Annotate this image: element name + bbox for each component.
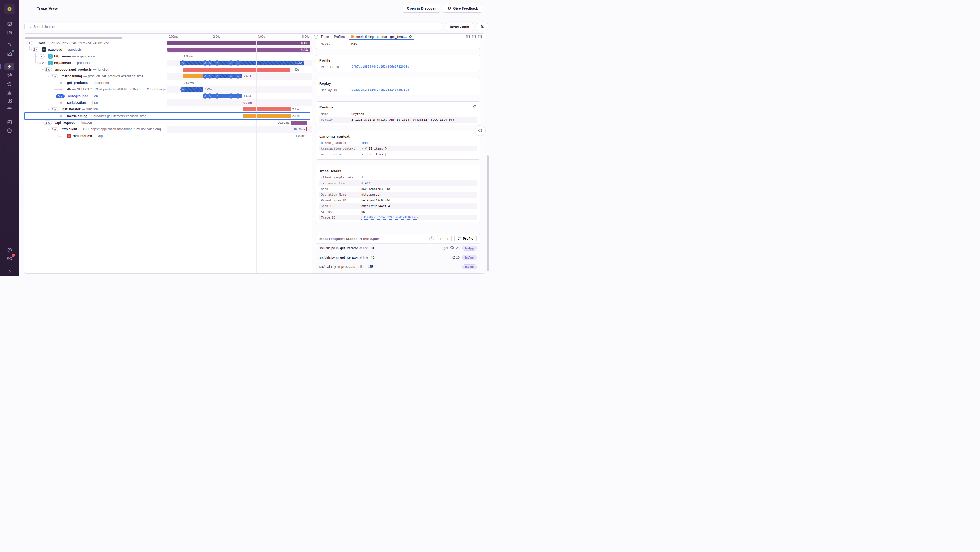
sidebar-item-alerts-icon[interactable]: [5, 89, 14, 96]
span-tick[interactable]: [306, 127, 307, 131]
curve-arrow-icon[interactable]: [456, 246, 460, 250]
shortcut-command-button[interactable]: ⌘: [477, 23, 488, 31]
kv-value[interactable]: e31278c256524c3297e2cd12458e12cc: [361, 215, 419, 220]
span-row-rack-request[interactable]: +rack.request—/api1.00ms: [24, 133, 312, 139]
span-row-serialization[interactable]: serialization—json0.27ms: [24, 99, 312, 106]
github-icon[interactable]: [450, 246, 454, 250]
detail-scroll-area[interactable]: ModelMacProfileProfile ID8fb7bb1891994f8…: [312, 40, 485, 273]
sidebar-item-broadcast-icon[interactable]: [5, 254, 14, 262]
performance-issue-warning-icon[interactable]: ⚠: [215, 93, 220, 99]
span-count-badge[interactable]: 4 ∧: [49, 74, 58, 78]
span-bar-segment[interactable]: [183, 74, 205, 78]
performance-issue-warning-icon[interactable]: ⚠: [207, 73, 212, 79]
next-stack-button[interactable]: ›: [444, 235, 451, 242]
span-bar[interactable]: [243, 114, 291, 118]
tab-profiles[interactable]: Profiles: [331, 35, 347, 39]
span-row--products-get-products[interactable]: 2 ∧/products.get_products—function4.83s: [24, 66, 312, 73]
sidebar-item-traces-icon[interactable]: [5, 63, 14, 70]
span-row-http-client[interactable]: 1 ∧http.client—GET https://application-m…: [24, 126, 312, 132]
span-count-badge[interactable]: 2 ∨: [37, 61, 46, 65]
sidebar-item-releases-icon[interactable]: [5, 105, 14, 113]
stack-frame-row[interactable]: src/utils.pyinget_iteratorat line311In A…: [316, 243, 480, 252]
span-count-badge[interactable]: 2 ∧: [43, 67, 52, 72]
span-row-autogrouped[interactable]: 5 ∨Autogrouped—db1.66s⚠⚠⚠⚠⚠: [24, 93, 312, 99]
span-count-badge[interactable]: 1 ∧: [49, 107, 58, 112]
sidebar-item-projects-icon[interactable]: [5, 29, 14, 36]
open-in-discover-button[interactable]: Open in Discover: [402, 4, 440, 13]
performance-issue-warning-icon[interactable]: ⚠: [235, 93, 241, 99]
span-bar[interactable]: [183, 67, 290, 72]
performance-issue-warning-icon[interactable]: ⚠: [215, 61, 220, 65]
performance-issue-warning-icon[interactable]: ⚠: [235, 61, 241, 65]
span-row-pageload[interactable]: 2 +pageload—/products6.41s: [24, 46, 312, 53]
detail-panel-scrollbar[interactable]: [487, 155, 489, 271]
performance-issue-warning-icon[interactable]: ⚠: [180, 87, 186, 92]
collapse-panel-icon[interactable]: ›: [314, 35, 318, 39]
span-count-badge[interactable]: +: [39, 54, 45, 58]
performance-issue-warning-icon[interactable]: ⚠: [207, 61, 212, 65]
layout-right-panel-icon[interactable]: [478, 34, 482, 39]
search-icon: [27, 24, 31, 29]
sidebar-item-help-icon[interactable]: [5, 246, 14, 254]
tab-span-detail-active[interactable]: metric.timing - products.get_iterat…: [348, 34, 415, 40]
performance-issue-warning-icon[interactable]: ⚠: [180, 61, 185, 65]
help-icon[interactable]: ?: [429, 236, 434, 241]
sidebar-item-explore-search-icon[interactable]: [5, 41, 14, 49]
floating-feedback-button[interactable]: [475, 125, 486, 136]
stack-frame-row[interactable]: src/main.pyinproductsat line158In App: [316, 262, 480, 271]
sidebar-item-replays-icon[interactable]: [5, 80, 14, 88]
span-tick[interactable]: [243, 101, 243, 105]
performance-issue-warning-icon[interactable]: ⚠: [207, 93, 212, 99]
give-feedback-button[interactable]: Give Feedback: [443, 4, 482, 13]
span-count-badge[interactable]: 1 ∧: [43, 121, 52, 125]
layout-left-panel-icon[interactable]: [466, 34, 469, 39]
kv-value[interactable]: ❯{ 11 items }: [361, 147, 387, 150]
sidebar-item-settings-icon[interactable]: [5, 127, 14, 134]
performance-issue-warning-icon[interactable]: ⚠: [228, 61, 234, 65]
span-tick[interactable]: [183, 81, 183, 85]
reset-zoom-button[interactable]: Reset Zoom: [446, 23, 473, 31]
span-row-db[interactable]: db—SELECT * FROM products WHERE id IN (S…: [24, 86, 312, 93]
tree-horizontal-scrollbar[interactable]: [25, 37, 122, 39]
span-count-badge[interactable]: 5 ∨: [56, 94, 65, 98]
span-bar[interactable]: [291, 121, 307, 125]
sidebar-item-metrics-icon[interactable]: [5, 50, 14, 57]
span-row-http-server[interactable]: +http.server—organization1.00ms: [24, 53, 312, 60]
span-row-http-server[interactable]: 2 ∨http.server—products5.55s⚠⚠⚠⚠⚠⚠: [24, 60, 312, 66]
span-count-badge[interactable]: 1: [26, 41, 32, 45]
kv-row: Parent Span IDbe29daaf42c0f04d: [319, 198, 477, 203]
span-row--get-iterator[interactable]: 1 ∧/get_iterator—function2.17s: [24, 106, 312, 113]
tree-waterfall-divider[interactable]: [167, 34, 167, 273]
span-count-badge[interactable]: +: [57, 134, 63, 138]
span-tick[interactable]: [307, 134, 307, 138]
span-label: http.server—products: [54, 60, 89, 66]
span-row--api-request[interactable]: 1 ∧/api_request—function709.80ms: [24, 119, 312, 126]
called-from-row[interactable]: Called from: flask/app.py in Flask.dispa…: [316, 271, 480, 273]
pin-icon[interactable]: [409, 34, 412, 39]
prev-stack-button[interactable]: ‹: [437, 235, 444, 242]
sidebar-item-expand-sidebar-icon[interactable]: [5, 268, 14, 275]
performance-issue-warning-icon[interactable]: ⚠: [235, 73, 241, 79]
span-row-metric-timing[interactable]: metric.timing—products.get_iterator.exec…: [24, 113, 312, 119]
span-count-badge[interactable]: 1 ∧: [49, 127, 58, 131]
sidebar-item-dashboards-icon[interactable]: [5, 97, 14, 104]
sidebar-item-feedback-icon[interactable]: [5, 71, 14, 79]
span-count-badge[interactable]: 2 +: [31, 48, 40, 52]
sidebar-item-issues-icon[interactable]: [5, 20, 14, 27]
span-bar[interactable]: [243, 107, 291, 112]
tab-trace[interactable]: Trace: [318, 35, 331, 39]
span-row-metric-timing[interactable]: 4 ∧metric.timing—products.get_products.e…: [24, 73, 312, 80]
sidebar-item-stats-icon[interactable]: [5, 118, 14, 126]
stack-frame-row[interactable]: src/utils.pyinget_iteratorat line4016In …: [316, 252, 480, 262]
profile-button[interactable]: Profile: [454, 235, 477, 242]
kv-value[interactable]: ecae7c51f0024f2fa82e6314045d73b5: [352, 88, 409, 92]
layout-bottom-panel-icon[interactable]: [472, 34, 476, 39]
search-input[interactable]: [33, 24, 439, 29]
span-row-trace[interactable]: 1Trace—e31278c256524c3297e2cd12458e12cc6…: [24, 40, 312, 46]
performance-issue-warning-icon[interactable]: ⚠: [215, 73, 220, 79]
span-tick[interactable]: [183, 54, 183, 58]
sentry-logo[interactable]: [4, 3, 15, 14]
kv-value[interactable]: ❯{ 50 items }: [361, 153, 387, 156]
span-row-get-products[interactable]: get_products—db.connect0.09ms: [24, 80, 312, 86]
kv-value[interactable]: 8fb7bb1891994f8c862f206e8722009d: [352, 65, 409, 69]
